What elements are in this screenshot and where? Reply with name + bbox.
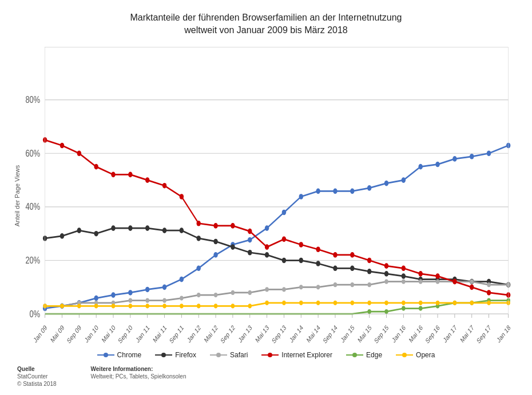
svg-point-106 bbox=[248, 250, 252, 256]
svg-point-140 bbox=[351, 282, 354, 287]
svg-point-145 bbox=[436, 279, 439, 284]
svg-point-188 bbox=[60, 304, 63, 308]
svg-point-161 bbox=[231, 223, 235, 229]
svg-point-194 bbox=[162, 304, 166, 308]
svg-point-143 bbox=[402, 279, 405, 284]
svg-text:Mai 11: Mai 11 bbox=[152, 324, 168, 344]
svg-point-144 bbox=[419, 279, 422, 284]
svg-point-85 bbox=[367, 185, 371, 191]
svg-point-208 bbox=[402, 301, 405, 305]
safari-legend-label: Safari bbox=[230, 351, 248, 359]
svg-text:Sep 16: Sep 16 bbox=[424, 324, 441, 345]
svg-point-170 bbox=[384, 263, 388, 269]
svg-point-205 bbox=[351, 301, 354, 305]
svg-point-134 bbox=[248, 290, 252, 295]
svg-point-165 bbox=[299, 242, 303, 248]
svg-point-102 bbox=[180, 228, 184, 233]
svg-point-112 bbox=[350, 265, 354, 271]
svg-point-206 bbox=[367, 301, 371, 305]
source-label: Quelle bbox=[17, 366, 57, 372]
firefox-legend-label: Firefox bbox=[175, 351, 196, 359]
y-axis-label: Anteil der Page Views bbox=[11, 46, 21, 345]
svg-point-69 bbox=[94, 296, 98, 301]
legend-chrome: Chrome bbox=[97, 351, 142, 359]
svg-point-164 bbox=[282, 236, 286, 242]
svg-point-107 bbox=[265, 252, 269, 258]
svg-point-192 bbox=[129, 304, 132, 308]
svg-text:Jan 14: Jan 14 bbox=[288, 324, 304, 344]
svg-point-141 bbox=[367, 282, 371, 287]
svg-point-179 bbox=[384, 309, 388, 314]
svg-text:20%: 20% bbox=[26, 255, 41, 265]
svg-point-196 bbox=[197, 304, 200, 308]
svg-point-201 bbox=[282, 301, 285, 305]
svg-point-80 bbox=[282, 209, 286, 215]
svg-point-167 bbox=[333, 252, 337, 258]
svg-point-195 bbox=[180, 304, 183, 308]
firefox-dots bbox=[43, 225, 511, 288]
svg-point-79 bbox=[265, 225, 269, 231]
svg-point-225 bbox=[352, 353, 357, 357]
svg-point-114 bbox=[384, 271, 388, 277]
svg-point-221 bbox=[216, 353, 221, 357]
ie-dots bbox=[43, 137, 511, 298]
svg-point-100 bbox=[145, 225, 149, 231]
firefox-legend-icon bbox=[155, 352, 172, 358]
svg-point-169 bbox=[367, 257, 371, 263]
svg-point-162 bbox=[248, 229, 252, 234]
svg-text:80%: 80% bbox=[26, 94, 41, 105]
opera-legend-label: Opera bbox=[416, 351, 435, 359]
svg-text:Sep 10: Sep 10 bbox=[117, 324, 133, 345]
legend-edge: Edge bbox=[346, 351, 382, 359]
svg-point-223 bbox=[268, 353, 272, 357]
svg-point-181 bbox=[419, 306, 422, 310]
source-value: StatCounter bbox=[17, 373, 57, 380]
svg-text:Sep 12: Sep 12 bbox=[220, 324, 236, 345]
svg-point-172 bbox=[418, 271, 422, 277]
svg-point-217 bbox=[104, 353, 108, 357]
svg-point-151 bbox=[60, 142, 64, 148]
svg-point-180 bbox=[402, 306, 405, 310]
svg-point-98 bbox=[111, 225, 115, 231]
svg-point-200 bbox=[265, 301, 268, 305]
line-chart: 0% 20% 40% 60% 80% bbox=[21, 46, 521, 345]
svg-point-168 bbox=[350, 252, 354, 258]
svg-text:Jan 15: Jan 15 bbox=[340, 324, 356, 344]
info-label: Weitere Informationen: bbox=[91, 366, 186, 372]
svg-text:Sep 09: Sep 09 bbox=[66, 324, 82, 345]
svg-point-163 bbox=[265, 244, 269, 250]
svg-text:Mai 09: Mai 09 bbox=[49, 324, 65, 344]
svg-text:Mai 14: Mai 14 bbox=[305, 324, 321, 344]
svg-point-105 bbox=[231, 244, 235, 250]
svg-text:Sep 15: Sep 15 bbox=[373, 324, 390, 345]
svg-point-84 bbox=[350, 188, 354, 194]
svg-point-104 bbox=[213, 238, 217, 244]
svg-point-211 bbox=[453, 301, 456, 305]
svg-point-139 bbox=[334, 282, 337, 287]
svg-point-81 bbox=[299, 194, 303, 200]
svg-point-70 bbox=[111, 292, 115, 298]
svg-text:Jan 10: Jan 10 bbox=[84, 324, 100, 344]
legend-opera: Opera bbox=[396, 351, 435, 359]
svg-point-128 bbox=[146, 298, 149, 302]
svg-point-89 bbox=[435, 161, 439, 167]
svg-text:Mai 12: Mai 12 bbox=[203, 324, 219, 344]
svg-point-199 bbox=[248, 304, 252, 308]
svg-text:Jan 18: Jan 18 bbox=[495, 324, 511, 344]
svg-text:Sep 17: Sep 17 bbox=[475, 324, 492, 345]
svg-point-219 bbox=[161, 353, 166, 357]
opera-legend-icon bbox=[396, 352, 413, 358]
svg-point-174 bbox=[452, 279, 456, 285]
chart-title: Marktanteile der führenden Browserfamili… bbox=[11, 11, 521, 37]
svg-point-190 bbox=[94, 304, 98, 308]
svg-point-137 bbox=[299, 285, 303, 289]
svg-point-99 bbox=[128, 225, 132, 231]
svg-point-207 bbox=[384, 301, 388, 305]
ie-legend-label: Internet Explorer bbox=[281, 351, 332, 359]
svg-point-152 bbox=[77, 150, 81, 156]
svg-point-158 bbox=[180, 194, 184, 200]
svg-point-110 bbox=[316, 261, 320, 266]
svg-point-175 bbox=[470, 284, 474, 290]
svg-point-138 bbox=[316, 285, 320, 289]
svg-point-111 bbox=[333, 265, 337, 271]
